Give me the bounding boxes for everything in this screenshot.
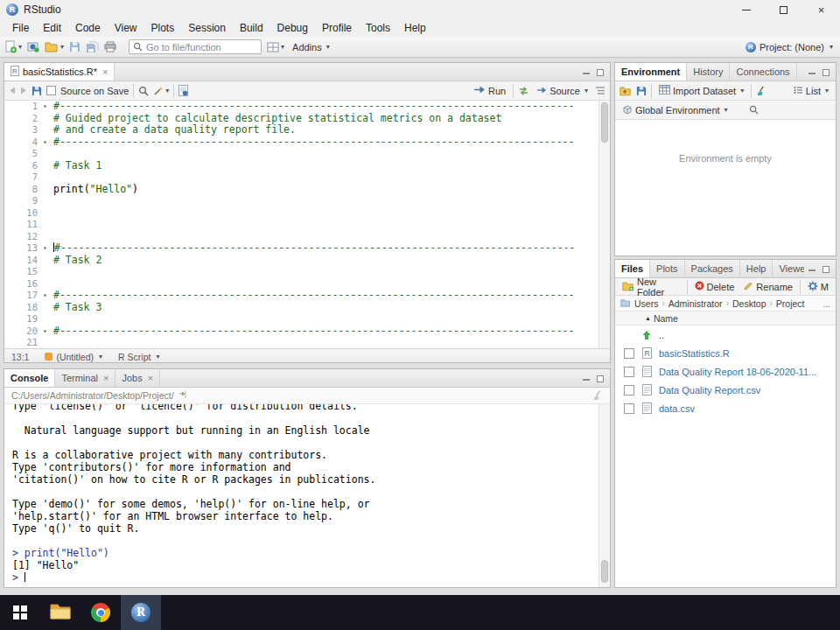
forward-icon[interactable]: [20, 83, 27, 99]
path-overflow-button[interactable]: ...: [822, 298, 830, 309]
import-dataset-button[interactable]: Import Dataset ▾: [656, 84, 746, 97]
code-line[interactable]: 16: [4, 278, 610, 290]
minimize-pane-icon[interactable]: [806, 67, 818, 78]
tab-files[interactable]: Files: [615, 260, 650, 277]
file-row[interactable]: RbasicStatistics.R: [615, 344, 836, 362]
code-line[interactable]: 2# Guided project to calculate descripti…: [4, 113, 610, 125]
minimize-pane-icon[interactable]: [580, 67, 592, 78]
fold-icon[interactable]: ▾: [43, 136, 53, 149]
code-line[interactable]: 17▾#------------------------------------…: [4, 290, 610, 302]
file-checkbox[interactable]: [624, 348, 634, 359]
file-row[interactable]: Data Quality Report.csv: [615, 381, 836, 399]
close-tab-icon[interactable]: ×: [102, 66, 108, 77]
file-checkbox[interactable]: [624, 385, 634, 396]
file-name[interactable]: ..: [659, 330, 664, 340]
code-line[interactable]: 13▾#------------------------------------…: [4, 242, 610, 255]
compile-report-icon[interactable]: [178, 83, 188, 99]
minimize-window-button[interactable]: [727, 0, 765, 19]
rename-button[interactable]: Rename: [741, 280, 795, 293]
breadcrumb-item-administrator[interactable]: Administrator: [668, 298, 723, 309]
menu-item-profile[interactable]: Profile: [315, 20, 359, 36]
tab-terminal[interactable]: Terminal×: [55, 369, 116, 387]
code-line[interactable]: 20▾#------------------------------------…: [4, 326, 610, 338]
code-line[interactable]: 9: [4, 195, 610, 207]
code-line[interactable]: 7: [4, 172, 610, 184]
fold-icon[interactable]: ▾: [43, 326, 53, 338]
file-name[interactable]: data.csv: [659, 403, 695, 414]
code-line[interactable]: 12: [4, 231, 610, 243]
code-line[interactable]: 3# and create a data quality report file…: [4, 124, 610, 136]
menu-item-debug[interactable]: Debug: [270, 20, 315, 36]
close-tab-icon[interactable]: ×: [148, 373, 153, 383]
file-checkbox[interactable]: [624, 367, 634, 377]
maximize-window-button[interactable]: [765, 0, 802, 19]
more-button[interactable]: M: [805, 280, 831, 294]
pane-layout-button[interactable]: ▾: [267, 39, 284, 55]
clear-environment-icon[interactable]: [756, 83, 766, 99]
search-environment-icon[interactable]: [749, 102, 759, 118]
scrollbar-thumb[interactable]: [601, 560, 608, 583]
list-view-button[interactable]: List ▾: [791, 85, 831, 97]
save-file-icon[interactable]: [32, 83, 42, 99]
new-file-button[interactable]: ▾: [5, 39, 22, 55]
project-menu-button[interactable]: R Project: (None) ▾: [746, 42, 835, 52]
breadcrumb-item-desktop[interactable]: Desktop: [732, 298, 766, 309]
menu-item-help[interactable]: Help: [397, 20, 433, 36]
tab-help[interactable]: Help: [740, 260, 774, 277]
file-row[interactable]: ..: [615, 326, 836, 344]
breadcrumb-item-project[interactable]: Project: [776, 298, 805, 309]
code-line[interactable]: 14# Task 2: [4, 255, 610, 267]
minimize-pane-icon[interactable]: [806, 264, 818, 275]
open-file-button[interactable]: ▾: [45, 39, 64, 55]
maximize-pane-icon[interactable]: [820, 264, 832, 275]
save-button[interactable]: [69, 39, 80, 55]
console-output[interactable]: Type 'license()' or 'licence()' for dist…: [4, 404, 610, 588]
code-line[interactable]: 8print("Hello"): [4, 184, 610, 196]
menu-item-code[interactable]: Code: [68, 20, 108, 36]
file-name[interactable]: Data Quality Report 18-06-2020-11...: [659, 367, 816, 377]
file-row[interactable]: data.csv: [615, 399, 836, 417]
delete-button[interactable]: Delete: [692, 280, 738, 293]
close-window-button[interactable]: ×: [802, 0, 840, 19]
code-line[interactable]: 10: [4, 207, 610, 220]
file-row[interactable]: Data Quality Report 18-06-2020-11...: [615, 362, 836, 381]
maximize-pane-icon[interactable]: [594, 67, 606, 78]
menu-item-file[interactable]: File: [5, 20, 36, 36]
code-line[interactable]: 5: [4, 148, 610, 160]
open-in-window-icon[interactable]: [178, 390, 187, 401]
global-environment-dropdown[interactable]: Global Environment ▾: [620, 103, 731, 117]
run-button[interactable]: Run: [471, 84, 508, 97]
menu-item-build[interactable]: Build: [233, 20, 270, 36]
close-tab-icon[interactable]: ×: [103, 373, 108, 383]
code-line[interactable]: 6# Task 1: [4, 160, 610, 172]
code-tools-wand-icon[interactable]: ▾: [153, 83, 169, 99]
source-on-save-checkbox[interactable]: [46, 86, 56, 95]
minimize-pane-icon[interactable]: [580, 374, 592, 384]
maximize-pane-icon[interactable]: [594, 374, 606, 384]
load-workspace-icon[interactable]: [620, 83, 632, 99]
tab-environment[interactable]: Environment: [615, 63, 687, 80]
language-mode-selector[interactable]: R Script ▾: [118, 352, 159, 362]
file-name[interactable]: Data Quality Report.csv: [659, 385, 760, 396]
start-button[interactable]: [0, 595, 40, 630]
fold-icon[interactable]: ▾: [43, 101, 53, 113]
menu-item-edit[interactable]: Edit: [36, 20, 68, 36]
scrollbar-thumb[interactable]: [601, 102, 608, 143]
taskbar-file-explorer-button[interactable]: [40, 595, 80, 630]
code-editor[interactable]: 1▾#-------------------------------------…: [4, 101, 610, 348]
rerun-icon[interactable]: [518, 83, 529, 99]
tab-console[interactable]: Console: [4, 369, 55, 387]
maximize-pane-icon[interactable]: [820, 67, 832, 78]
code-line[interactable]: 4▾#-------------------------------------…: [4, 136, 610, 149]
new-folder-button[interactable]: New Folder: [620, 276, 682, 298]
tab-connections[interactable]: Connections: [730, 63, 796, 80]
source-button[interactable]: Source ▾: [534, 85, 591, 97]
print-button[interactable]: [104, 39, 116, 55]
code-line[interactable]: 18# Task 3: [4, 302, 610, 314]
fold-icon[interactable]: ▾: [43, 242, 53, 255]
code-line[interactable]: 1▾#-------------------------------------…: [4, 101, 610, 113]
code-line[interactable]: 15: [4, 266, 610, 278]
tab-basicstatistics-r[interactable]: R basicStatistics.R* ×: [4, 63, 115, 80]
tab-jobs[interactable]: Jobs×: [116, 369, 160, 387]
menu-item-session[interactable]: Session: [181, 20, 233, 36]
